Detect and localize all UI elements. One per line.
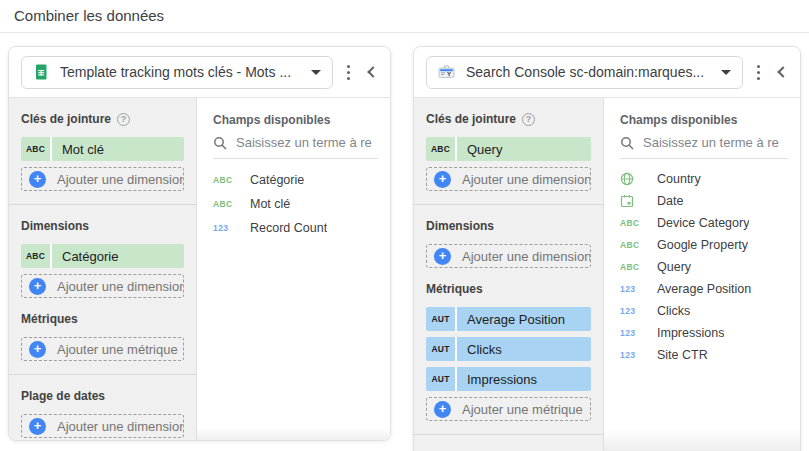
text-type-icon: ABC: [620, 240, 644, 250]
section-heading: Clés de jointure ?: [426, 112, 591, 126]
join-keys-label: Clés de jointure: [426, 112, 516, 126]
add-metric-button[interactable]: + Ajouter une métrique: [426, 397, 591, 421]
field-item[interactable]: 123 Record Count: [197, 216, 390, 240]
field-item[interactable]: ABC Device Category: [604, 212, 800, 234]
field-label: Site CTR: [657, 348, 708, 362]
collapse-panel-icon[interactable]: [770, 61, 792, 83]
chip-label: Catégorie: [52, 244, 184, 268]
field-item[interactable]: 123 Impressions: [604, 322, 800, 344]
field-item[interactable]: ABC Query: [604, 256, 800, 278]
plus-icon: +: [434, 171, 451, 188]
aggregation-badge: AUT: [426, 367, 457, 391]
field-item[interactable]: Date: [604, 190, 800, 212]
add-dimension-button[interactable]: + Ajouter une dimension: [21, 274, 184, 298]
blend-config-column: Clés de jointure ? ABC Query + Ajouter u…: [414, 98, 604, 451]
add-metric-button[interactable]: + Ajouter une métrique: [21, 337, 184, 361]
join-key-chip[interactable]: ABC Query: [426, 137, 591, 161]
metrics-heading: Métriques: [21, 312, 184, 326]
number-type-icon: 123: [620, 350, 644, 360]
dimensions-heading: Dimensions: [426, 219, 591, 233]
add-button-label: Ajouter une métrique: [57, 342, 178, 357]
dimensions-metrics-section: Dimensions + Ajouter une dimension Métri…: [414, 205, 603, 434]
plus-icon: +: [29, 341, 46, 358]
field-label: Date: [657, 194, 683, 208]
field-item[interactable]: ABC Catégorie: [197, 168, 390, 192]
add-button-label: Ajouter une dimension: [57, 279, 184, 294]
source-selector[interactable]: Search Console sc-domain:marques...: [426, 56, 743, 89]
date-range-heading: Plage de dates: [21, 389, 184, 403]
data-source-panel-sheets: Template tracking mots clés - Mots ... C…: [8, 46, 391, 441]
date-range-section: Plage de dates: [414, 435, 603, 451]
join-key-chip[interactable]: ABC Mot clé: [21, 137, 184, 161]
field-list: ABC Catégorie ABC Mot clé 123 Record Cou…: [197, 159, 390, 240]
plus-icon: +: [29, 171, 46, 188]
field-list: Country Date: [604, 159, 800, 366]
dimension-chip[interactable]: ABC Catégorie: [21, 244, 184, 268]
field-label: Record Count: [250, 221, 327, 235]
field-label: Catégorie: [250, 173, 304, 187]
help-icon[interactable]: ?: [522, 113, 535, 126]
help-icon[interactable]: ?: [117, 113, 130, 126]
join-keys-section: Clés de jointure ? ABC Query + Ajouter u…: [414, 98, 603, 204]
search-input[interactable]: [236, 135, 378, 150]
date-range-section: Plage de dates + Ajouter une dimension: [9, 375, 196, 441]
more-options-icon[interactable]: [748, 61, 768, 84]
source-name: Search Console sc-domain:marques...: [466, 64, 710, 80]
add-dimension-button[interactable]: + Ajouter une dimension: [426, 167, 591, 191]
source-selector[interactable]: Template tracking mots clés - Mots ...: [21, 56, 333, 89]
metric-chip[interactable]: AUT Impressions: [426, 367, 591, 391]
field-label: Average Position: [657, 282, 751, 296]
field-item[interactable]: Country: [604, 168, 800, 190]
chip-label: Clicks: [457, 337, 591, 361]
available-fields-heading: Champs disponibles: [604, 98, 800, 127]
collapse-panel-icon[interactable]: [360, 61, 382, 83]
source-header: Search Console sc-domain:marques...: [414, 47, 800, 98]
field-item[interactable]: 123 Average Position: [604, 278, 800, 300]
add-date-dimension-button[interactable]: + Ajouter une dimension: [21, 414, 184, 438]
number-type-icon: 123: [620, 306, 644, 316]
add-button-label: Ajouter une dimension: [462, 249, 591, 264]
add-button-label: Ajouter une dimension: [462, 172, 591, 187]
more-options-icon[interactable]: [338, 61, 358, 84]
search-input[interactable]: [643, 135, 788, 150]
metrics-heading: Métriques: [426, 282, 591, 296]
field-label: Impressions: [657, 326, 724, 340]
field-label: Country: [657, 172, 701, 186]
field-search[interactable]: [620, 134, 788, 159]
add-dimension-button[interactable]: + Ajouter une dimension: [426, 244, 591, 268]
metric-chip[interactable]: AUT Average Position: [426, 307, 591, 331]
field-label: Device Category: [657, 216, 749, 230]
join-keys-section: Clés de jointure ? ABC Mot clé + Ajouter…: [9, 98, 196, 204]
title-divider: [0, 32, 809, 33]
dimensions-heading: Dimensions: [21, 219, 184, 233]
chip-label: Mot clé: [52, 137, 184, 161]
number-type-icon: 123: [213, 223, 237, 233]
source-name: Template tracking mots clés - Mots ...: [60, 64, 300, 80]
data-source-panel-search-console: Search Console sc-domain:marques... Clés…: [413, 46, 801, 451]
field-item[interactable]: ABC Mot clé: [197, 192, 390, 216]
plus-icon: +: [29, 418, 46, 435]
field-type-badge: ABC: [21, 244, 52, 268]
number-type-icon: 123: [620, 328, 644, 338]
text-type-icon: ABC: [213, 175, 237, 185]
text-type-icon: ABC: [213, 199, 237, 209]
chevron-down-icon: [311, 70, 321, 75]
add-button-label: Ajouter une dimension: [57, 419, 184, 434]
search-icon: [213, 136, 227, 150]
field-label: Google Property: [657, 238, 748, 252]
source-header: Template tracking mots clés - Mots ...: [9, 47, 390, 98]
add-dimension-button[interactable]: + Ajouter une dimension: [21, 167, 184, 191]
aggregation-badge: AUT: [426, 337, 457, 361]
field-item[interactable]: ABC Google Property: [604, 234, 800, 256]
plus-icon: +: [434, 401, 451, 418]
search-icon: [620, 136, 634, 150]
panel-body: Clés de jointure ? ABC Mot clé + Ajouter…: [9, 98, 390, 440]
number-type-icon: 123: [620, 284, 644, 294]
field-label: Mot clé: [250, 197, 290, 211]
field-search[interactable]: [213, 134, 378, 159]
plus-icon: +: [29, 278, 46, 295]
field-item[interactable]: 123 Clicks: [604, 300, 800, 322]
metric-chip[interactable]: AUT Clicks: [426, 337, 591, 361]
field-item[interactable]: 123 Site CTR: [604, 344, 800, 366]
chevron-down-icon: [721, 70, 731, 75]
